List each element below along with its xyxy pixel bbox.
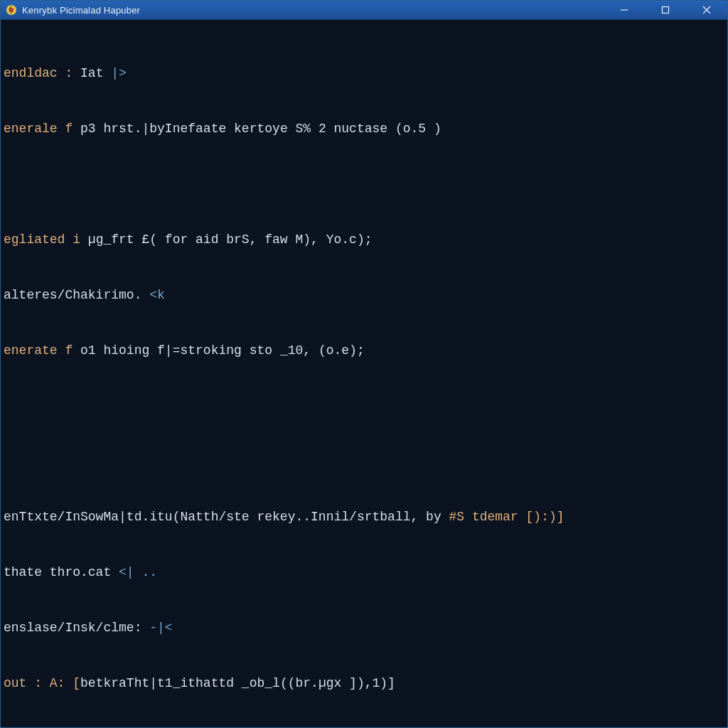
close-button[interactable]: [686, 1, 727, 19]
terminal-line: endldac : Iat |>: [4, 64, 723, 82]
blank-line: [4, 397, 723, 415]
line-text: o1 hioing f|=stroking sto _10, (o.e);: [80, 343, 365, 358]
blank-line: [4, 452, 723, 471]
arrow-icon: -|<: [149, 621, 172, 635]
line-text: p3 hrst.|byInefaate kertoye S% 2 nuctase: [80, 122, 395, 136]
terminal-line: enslase/Insk/clme: -|<: [4, 619, 723, 637]
terminal-line: egliated i µg_frt £( for aid brS, faw M)…: [4, 230, 723, 249]
line-text: Iat: [80, 66, 111, 80]
window-title: Kenrybk Picimalad Hapuber: [22, 5, 140, 16]
window-controls: [604, 1, 727, 19]
terminal-line: enerate f o1 hioing f|=stroking sto _10,…: [4, 341, 723, 360]
terminal-line: thate thro.cat <| ..: [4, 563, 723, 582]
line-text: enslase/Insk/clme:: [4, 621, 149, 635]
arrow-icon: <| ..: [119, 565, 157, 579]
terminal-line: enerale f p3 hrst.|byInefaate kertoye S%…: [4, 119, 723, 138]
pipe-icon: |>: [111, 66, 127, 80]
minimize-button[interactable]: [604, 1, 645, 19]
line-text: alteres/Chakirimo.: [4, 288, 149, 302]
app-window: Kenrybk Picimalad Hapuber endldac : Iat …: [0, 0, 728, 728]
terminal-line: enTtxte/InSowMa|td.itu(Natth/ste rekey..…: [4, 508, 723, 526]
line-text: (o.5 ): [395, 122, 441, 136]
line-text: µg_frt £( for aid brS, faw M), Yo.c);: [88, 232, 373, 247]
terminal-line: out : A: [betkraTht|t1_ithattd _ob_l((br…: [4, 674, 723, 692]
terminal-line: alteres/Chakirimo. <k: [4, 286, 723, 304]
line-keyword: egliated i: [4, 232, 88, 247]
svg-rect-3: [663, 7, 669, 14]
line-keyword: endldac :: [4, 66, 80, 80]
line-keyword: enerate f: [4, 343, 80, 358]
app-icon: [5, 4, 18, 16]
terminal-body[interactable]: endldac : Iat |> enerale f p3 hrst.|byIn…: [1, 20, 727, 727]
line-keyword: enerale f: [4, 122, 80, 136]
line-keyword: #S tdemar [):)]: [449, 510, 564, 524]
blank-line: [4, 175, 723, 193]
line-text: enTtxte/InSowMa|td.itu(Natth/ste rekey..…: [4, 510, 449, 524]
arrow-icon: <k: [149, 288, 165, 302]
maximize-button[interactable]: [645, 1, 686, 19]
line-keyword: out : A: [: [4, 676, 80, 690]
titlebar[interactable]: Kenrybk Picimalad Hapuber: [1, 1, 727, 20]
line-text: betkraTht|t1_ithattd _ob_l((br.µgx ]),1)…: [80, 676, 395, 690]
line-text: thate thro.cat: [4, 565, 119, 579]
